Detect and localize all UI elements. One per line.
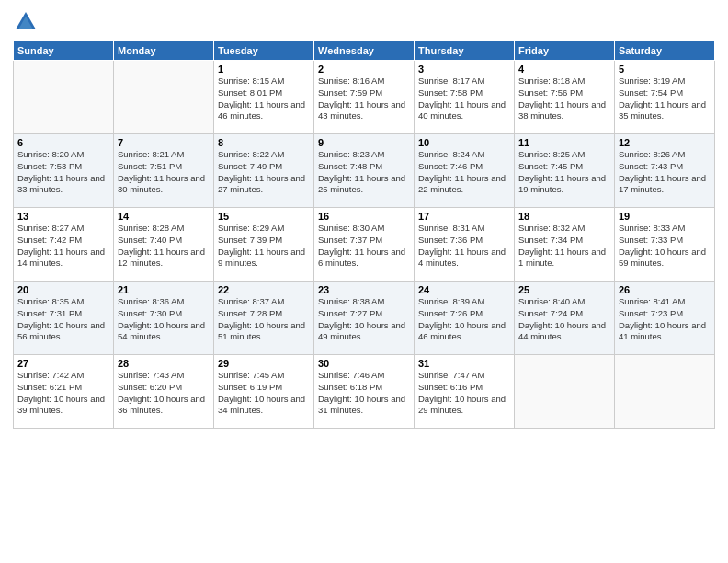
calendar-cell: 28Sunrise: 7:43 AM Sunset: 6:20 PM Dayli… bbox=[114, 355, 214, 429]
calendar-cell: 10Sunrise: 8:24 AM Sunset: 7:46 PM Dayli… bbox=[415, 134, 515, 208]
day-info: Sunrise: 8:21 AM Sunset: 7:51 PM Dayligh… bbox=[118, 149, 210, 196]
day-info: Sunrise: 8:35 AM Sunset: 7:31 PM Dayligh… bbox=[17, 296, 109, 343]
calendar-cell: 20Sunrise: 8:35 AM Sunset: 7:31 PM Dayli… bbox=[14, 282, 114, 355]
day-number: 6 bbox=[17, 137, 109, 148]
day-number: 19 bbox=[619, 211, 711, 222]
weekday-header-monday: Monday bbox=[114, 41, 214, 61]
day-info: Sunrise: 7:45 AM Sunset: 6:19 PM Dayligh… bbox=[218, 370, 310, 417]
calendar-cell: 26Sunrise: 8:41 AM Sunset: 7:23 PM Dayli… bbox=[615, 282, 715, 355]
day-info: Sunrise: 8:27 AM Sunset: 7:42 PM Dayligh… bbox=[17, 223, 109, 270]
calendar-cell: 22Sunrise: 8:37 AM Sunset: 7:28 PM Dayli… bbox=[214, 282, 314, 355]
calendar-cell: 15Sunrise: 8:29 AM Sunset: 7:39 PM Dayli… bbox=[214, 208, 314, 282]
calendar-cell: 24Sunrise: 8:39 AM Sunset: 7:26 PM Dayli… bbox=[415, 282, 515, 355]
day-number: 5 bbox=[619, 63, 711, 75]
day-number: 28 bbox=[118, 358, 210, 369]
logo-icon bbox=[13, 9, 39, 35]
calendar-cell bbox=[615, 355, 715, 429]
day-number: 10 bbox=[418, 137, 510, 148]
calendar-cell: 1Sunrise: 8:15 AM Sunset: 8:01 PM Daylig… bbox=[214, 61, 314, 134]
day-number: 7 bbox=[118, 137, 210, 148]
day-info: Sunrise: 8:36 AM Sunset: 7:30 PM Dayligh… bbox=[118, 296, 210, 343]
day-number: 2 bbox=[318, 63, 410, 75]
day-number: 21 bbox=[118, 284, 210, 295]
day-info: Sunrise: 8:29 AM Sunset: 7:39 PM Dayligh… bbox=[218, 223, 310, 270]
calendar-week-1: 1Sunrise: 8:15 AM Sunset: 8:01 PM Daylig… bbox=[14, 61, 715, 134]
calendar-cell bbox=[114, 61, 214, 134]
day-info: Sunrise: 8:20 AM Sunset: 7:53 PM Dayligh… bbox=[17, 149, 109, 196]
day-number: 8 bbox=[218, 137, 310, 148]
day-number: 20 bbox=[17, 284, 109, 295]
day-info: Sunrise: 8:41 AM Sunset: 7:23 PM Dayligh… bbox=[619, 296, 711, 343]
day-info: Sunrise: 7:43 AM Sunset: 6:20 PM Dayligh… bbox=[118, 370, 210, 417]
weekday-header-sunday: Sunday bbox=[14, 41, 114, 61]
weekday-header-thursday: Thursday bbox=[415, 41, 515, 61]
weekday-header-row: SundayMondayTuesdayWednesdayThursdayFrid… bbox=[14, 41, 715, 61]
calendar-cell: 30Sunrise: 7:46 AM Sunset: 6:18 PM Dayli… bbox=[314, 355, 415, 429]
calendar-cell: 2Sunrise: 8:16 AM Sunset: 7:59 PM Daylig… bbox=[314, 61, 415, 134]
calendar-cell: 6Sunrise: 8:20 AM Sunset: 7:53 PM Daylig… bbox=[14, 134, 114, 208]
day-number: 1 bbox=[218, 63, 310, 75]
day-number: 27 bbox=[17, 358, 109, 369]
calendar-cell bbox=[14, 61, 114, 134]
day-info: Sunrise: 8:28 AM Sunset: 7:40 PM Dayligh… bbox=[118, 223, 210, 270]
calendar-cell: 16Sunrise: 8:30 AM Sunset: 7:37 PM Dayli… bbox=[314, 208, 415, 282]
calendar-cell: 3Sunrise: 8:17 AM Sunset: 7:58 PM Daylig… bbox=[415, 61, 515, 134]
day-number: 30 bbox=[318, 358, 410, 369]
day-info: Sunrise: 7:47 AM Sunset: 6:16 PM Dayligh… bbox=[418, 370, 510, 417]
calendar-cell: 19Sunrise: 8:33 AM Sunset: 7:33 PM Dayli… bbox=[615, 208, 715, 282]
header bbox=[13, 9, 715, 35]
day-number: 4 bbox=[518, 63, 610, 75]
calendar-week-3: 13Sunrise: 8:27 AM Sunset: 7:42 PM Dayli… bbox=[14, 208, 715, 282]
weekday-header-friday: Friday bbox=[515, 41, 615, 61]
day-number: 12 bbox=[619, 137, 711, 148]
calendar-cell: 27Sunrise: 7:42 AM Sunset: 6:21 PM Dayli… bbox=[14, 355, 114, 429]
day-info: Sunrise: 7:42 AM Sunset: 6:21 PM Dayligh… bbox=[17, 370, 109, 417]
calendar-cell: 17Sunrise: 8:31 AM Sunset: 7:36 PM Dayli… bbox=[415, 208, 515, 282]
day-info: Sunrise: 8:38 AM Sunset: 7:27 PM Dayligh… bbox=[318, 296, 410, 343]
day-info: Sunrise: 8:25 AM Sunset: 7:45 PM Dayligh… bbox=[518, 149, 610, 196]
calendar-cell: 12Sunrise: 8:26 AM Sunset: 7:43 PM Dayli… bbox=[615, 134, 715, 208]
day-info: Sunrise: 8:39 AM Sunset: 7:26 PM Dayligh… bbox=[418, 296, 510, 343]
day-number: 24 bbox=[418, 284, 510, 295]
calendar-cell: 23Sunrise: 8:38 AM Sunset: 7:27 PM Dayli… bbox=[314, 282, 415, 355]
calendar-week-2: 6Sunrise: 8:20 AM Sunset: 7:53 PM Daylig… bbox=[14, 134, 715, 208]
day-number: 9 bbox=[318, 137, 410, 148]
day-number: 29 bbox=[218, 358, 310, 369]
day-number: 23 bbox=[318, 284, 410, 295]
calendar-cell bbox=[515, 355, 615, 429]
calendar-cell: 13Sunrise: 8:27 AM Sunset: 7:42 PM Dayli… bbox=[14, 208, 114, 282]
day-info: Sunrise: 8:33 AM Sunset: 7:33 PM Dayligh… bbox=[619, 223, 711, 270]
day-info: Sunrise: 8:31 AM Sunset: 7:36 PM Dayligh… bbox=[418, 223, 510, 270]
day-number: 11 bbox=[518, 137, 610, 148]
calendar-cell: 11Sunrise: 8:25 AM Sunset: 7:45 PM Dayli… bbox=[515, 134, 615, 208]
calendar-cell: 9Sunrise: 8:23 AM Sunset: 7:48 PM Daylig… bbox=[314, 134, 415, 208]
calendar-cell: 7Sunrise: 8:21 AM Sunset: 7:51 PM Daylig… bbox=[114, 134, 214, 208]
day-info: Sunrise: 8:32 AM Sunset: 7:34 PM Dayligh… bbox=[518, 223, 610, 270]
day-info: Sunrise: 8:22 AM Sunset: 7:49 PM Dayligh… bbox=[218, 149, 310, 196]
calendar-cell: 25Sunrise: 8:40 AM Sunset: 7:24 PM Dayli… bbox=[515, 282, 615, 355]
calendar-cell: 5Sunrise: 8:19 AM Sunset: 7:54 PM Daylig… bbox=[615, 61, 715, 134]
day-number: 31 bbox=[418, 358, 510, 369]
day-info: Sunrise: 8:17 AM Sunset: 7:58 PM Dayligh… bbox=[418, 75, 510, 122]
weekday-header-tuesday: Tuesday bbox=[214, 41, 314, 61]
calendar-table: SundayMondayTuesdayWednesdayThursdayFrid… bbox=[13, 40, 715, 429]
logo bbox=[13, 9, 40, 35]
day-number: 22 bbox=[218, 284, 310, 295]
day-number: 14 bbox=[118, 211, 210, 222]
day-number: 3 bbox=[418, 63, 510, 75]
calendar-cell: 31Sunrise: 7:47 AM Sunset: 6:16 PM Dayli… bbox=[415, 355, 515, 429]
day-info: Sunrise: 8:37 AM Sunset: 7:28 PM Dayligh… bbox=[218, 296, 310, 343]
day-number: 26 bbox=[619, 284, 711, 295]
day-number: 13 bbox=[17, 211, 109, 222]
day-number: 16 bbox=[318, 211, 410, 222]
calendar-cell: 4Sunrise: 8:18 AM Sunset: 7:56 PM Daylig… bbox=[515, 61, 615, 134]
day-info: Sunrise: 8:26 AM Sunset: 7:43 PM Dayligh… bbox=[619, 149, 711, 196]
day-number: 25 bbox=[518, 284, 610, 295]
day-info: Sunrise: 8:30 AM Sunset: 7:37 PM Dayligh… bbox=[318, 223, 410, 270]
day-info: Sunrise: 8:24 AM Sunset: 7:46 PM Dayligh… bbox=[418, 149, 510, 196]
calendar-cell: 29Sunrise: 7:45 AM Sunset: 6:19 PM Dayli… bbox=[214, 355, 314, 429]
calendar-week-5: 27Sunrise: 7:42 AM Sunset: 6:21 PM Dayli… bbox=[14, 355, 715, 429]
weekday-header-wednesday: Wednesday bbox=[314, 41, 415, 61]
day-number: 18 bbox=[518, 211, 610, 222]
day-info: Sunrise: 8:16 AM Sunset: 7:59 PM Dayligh… bbox=[318, 75, 410, 122]
